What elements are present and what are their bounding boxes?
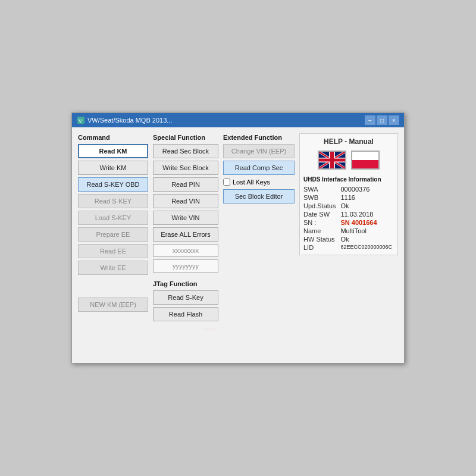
prepare-ee-button[interactable]: Prepare EE	[78, 227, 148, 242]
read-sec-block-button[interactable]: Read Sec Block	[153, 144, 218, 158]
svg-text:SMOK: SMOK	[202, 327, 274, 337]
date-sw-label: Date SW	[303, 211, 336, 218]
help-section: HELP - Manual	[299, 133, 398, 255]
svg-rect-12	[352, 160, 378, 168]
window-title: VW/Seat/Skoda MQB 2013...	[87, 117, 172, 124]
lid-label: LID	[303, 244, 336, 251]
flags-row	[303, 151, 394, 170]
write-ee-button[interactable]: Write EE	[78, 261, 148, 275]
erase-all-errors-button[interactable]: Erase ALL Errors	[153, 227, 218, 242]
date-sw-value: 11.03.2018	[340, 211, 394, 218]
read-skey-button[interactable]: Read S-KEY	[78, 194, 148, 208]
pl-flag-icon	[352, 152, 378, 168]
main-window: V VW/Seat/Skoda MQB 2013... − □ × Comman…	[71, 112, 405, 364]
hw-status-label: HW Status	[303, 236, 336, 243]
window-controls: − □ ×	[365, 115, 399, 125]
window-body: Command Read KM Write KM Read S-KEY OBD …	[72, 127, 404, 327]
uk-flag-button[interactable]	[318, 151, 346, 170]
yyyyyyyy-input[interactable]	[153, 259, 218, 273]
sn-label: SN :	[303, 219, 336, 226]
lid-value: 62EECC020000006C	[340, 244, 394, 251]
name-value: MultiTool	[340, 227, 394, 234]
command-label: Command	[78, 133, 148, 142]
title-bar-left: V VW/Seat/Skoda MQB 2013...	[77, 116, 172, 124]
special-label: Special Function	[153, 133, 218, 142]
minimize-button[interactable]: −	[365, 115, 375, 125]
read-pin-button[interactable]: Read PIN	[153, 177, 218, 192]
watermark: SMOK	[202, 327, 274, 339]
load-skey-button[interactable]: Load S-KEY	[78, 211, 148, 225]
desktop: V VW/Seat/Skoda MQB 2013... − □ × Comman…	[0, 0, 476, 476]
uk-flag-icon	[319, 152, 345, 168]
read-vin-button[interactable]: Read VIN	[153, 194, 218, 208]
pl-flag-button[interactable]	[351, 151, 380, 170]
swb-value: 1116	[340, 194, 394, 201]
read-skey-jtag-button[interactable]: Read S-Key	[153, 290, 218, 305]
read-ee-button[interactable]: Read EE	[78, 244, 148, 258]
upd-status-value: Ok	[340, 202, 394, 209]
lost-all-keys-checkbox[interactable]	[223, 178, 230, 186]
command-column: Command Read KM Write KM Read S-KEY OBD …	[78, 133, 148, 321]
extended-column: Extended Function Change VIN (EEP) Read …	[223, 133, 295, 321]
write-vin-button[interactable]: Write VIN	[153, 211, 218, 225]
sn-value: SN 4001664	[340, 219, 394, 226]
svg-text:V: V	[79, 118, 82, 124]
special-column: Special Function Read Sec Block Write Se…	[153, 133, 218, 321]
extended-label: Extended Function	[223, 133, 295, 142]
swb-label: SWB	[303, 194, 336, 201]
hw-status-value: Ok	[340, 236, 394, 243]
svg-rect-11	[352, 152, 378, 160]
app-icon: V	[77, 116, 85, 124]
read-flash-button[interactable]: Read Flash	[153, 307, 218, 321]
title-bar: V VW/Seat/Skoda MQB 2013... − □ ×	[72, 113, 404, 127]
xxxxxxxx-input[interactable]	[153, 244, 218, 257]
upd-status-label: Upd.Status	[303, 202, 336, 209]
new-km-eep-button[interactable]: NEW KM (EEP)	[78, 298, 148, 312]
help-title: HELP - Manual	[303, 137, 394, 146]
write-km-button[interactable]: Write KM	[78, 161, 148, 175]
change-vin-eep-button[interactable]: Change VIN (EEP)	[223, 144, 295, 158]
maximize-button[interactable]: □	[377, 115, 387, 125]
jtag-label: JTag Function	[153, 280, 218, 288]
svg-rect-10	[330, 152, 334, 168]
write-sec-block-button[interactable]: Write Sec Block	[153, 161, 218, 175]
lost-all-keys-label: Lost All Keys	[233, 178, 270, 186]
read-skey-obd-button[interactable]: Read S-KEY OBD	[78, 177, 148, 192]
sec-block-editor-button[interactable]: Sec Block Editor	[223, 189, 295, 203]
lost-all-keys-row: Lost All Keys	[223, 177, 295, 187]
read-km-button[interactable]: Read KM	[78, 144, 148, 158]
uhds-info-title: UHDS Interface Information	[303, 176, 394, 183]
swa-value: 00000376	[340, 186, 394, 193]
read-comp-sec-button[interactable]: Read Comp Sec	[223, 161, 295, 175]
close-button[interactable]: ×	[389, 115, 399, 125]
swa-label: SWA	[303, 186, 336, 193]
info-column: HELP - Manual	[299, 133, 398, 321]
name-label: Name	[303, 227, 336, 234]
info-grid: SWA 00000376 SWB 1116 Upd.Status Ok Date…	[303, 186, 394, 251]
